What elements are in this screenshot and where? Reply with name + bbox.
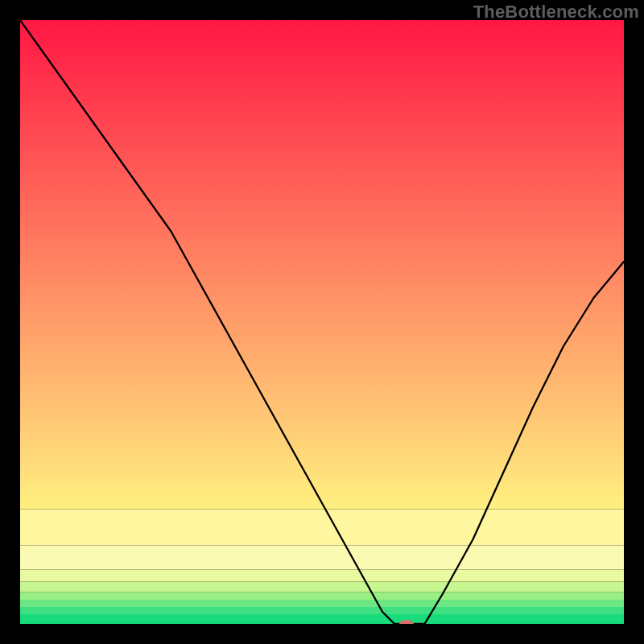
chart-frame: TheBottleneck.com bbox=[0, 0, 644, 644]
svg-rect-5 bbox=[20, 570, 624, 582]
svg-rect-3 bbox=[20, 592, 624, 600]
watermark-text: TheBottleneck.com bbox=[473, 2, 639, 23]
svg-rect-2 bbox=[20, 600, 624, 607]
svg-rect-4 bbox=[20, 582, 624, 592]
bottleneck-chart bbox=[20, 20, 624, 624]
svg-rect-7 bbox=[20, 510, 624, 546]
svg-rect-0 bbox=[20, 614, 624, 624]
svg-rect-8 bbox=[20, 20, 624, 510]
background-gradient bbox=[20, 20, 624, 624]
svg-rect-1 bbox=[20, 607, 624, 614]
svg-rect-6 bbox=[20, 546, 624, 570]
